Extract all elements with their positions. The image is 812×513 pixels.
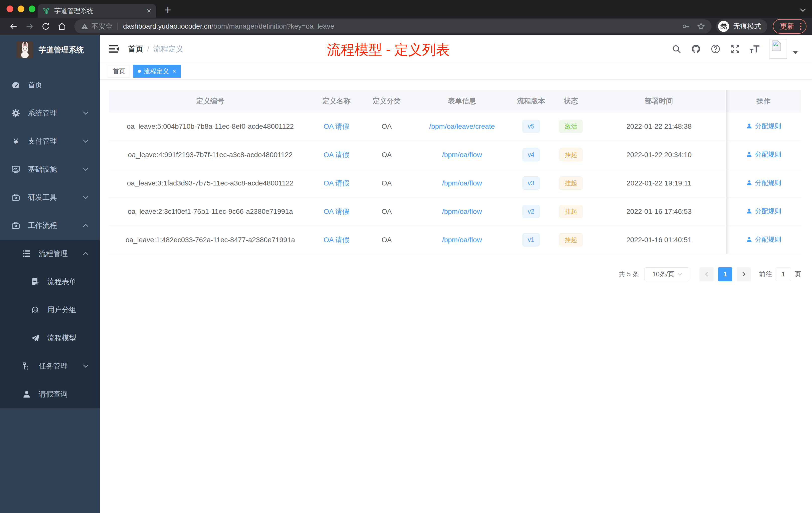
tags-view-bar: 首页流程定义×	[100, 63, 812, 80]
column-header-5: 状态	[550, 90, 592, 112]
assign-rule-link[interactable]: 分配规则	[746, 150, 781, 159]
search-icon[interactable]	[671, 44, 682, 54]
definition-name-link[interactable]: OA 请假	[324, 151, 349, 159]
version-cell: v1	[512, 225, 550, 254]
assign-rule-link[interactable]: 分配规则	[746, 178, 781, 187]
password-key-icon[interactable]	[682, 22, 690, 30]
status-cell: 挂起	[550, 225, 592, 254]
form-info-cell: /bpm/oa/flow	[412, 225, 512, 254]
sidebar-collapse-icon[interactable]	[108, 43, 119, 55]
form-info-link[interactable]: /bpm/oa/leave/create	[429, 122, 495, 130]
definition-name-link[interactable]: OA 请假	[324, 179, 349, 187]
column-header-0: 定义编号	[109, 90, 311, 112]
toolbox-icon	[11, 193, 20, 202]
fullscreen-icon[interactable]	[730, 44, 740, 54]
security-label[interactable]: 不安全	[91, 22, 113, 31]
zoom-window-button[interactable]	[29, 5, 35, 12]
sidebar-item-label: 首页	[28, 80, 42, 90]
user-avatar-broken-image-icon[interactable]	[770, 39, 787, 59]
address-bar[interactable]: 不安全 dashboard.yudao.iocoder.cn/bpm/manag…	[74, 19, 712, 33]
sidebar-item-devtools[interactable]: 研发工具	[0, 183, 100, 212]
sidebar-item-label: 用户分组	[47, 305, 76, 315]
minimize-window-button[interactable]	[18, 5, 24, 12]
sidebar-item-process-mgmt[interactable]: 流程管理	[0, 240, 100, 268]
sidebar-item-process-form[interactable]: 流程表单	[0, 268, 100, 296]
chevron-up-icon	[83, 252, 88, 257]
github-icon[interactable]	[691, 44, 701, 54]
status-badge: 挂起	[559, 205, 582, 218]
browser-update-button[interactable]: 更新	[773, 19, 807, 34]
sidebar-item-label: 研发工具	[28, 192, 57, 203]
page-1-button[interactable]: 1	[718, 267, 732, 281]
sidebar-item-task-mgmt[interactable]: 任务管理	[0, 352, 100, 380]
form-info-cell: /bpm/oa/flow	[412, 197, 512, 225]
forward-icon[interactable]	[25, 22, 34, 31]
browser-menu-dots-icon[interactable]	[800, 23, 802, 30]
sidebar-item-payment[interactable]: ¥支付管理	[0, 127, 100, 155]
sidebar-item-home[interactable]: 首页	[0, 71, 100, 99]
page-annotation-title: 流程模型 - 定义列表	[327, 41, 450, 59]
assign-rule-link[interactable]: 分配规则	[746, 207, 781, 216]
deploy-time-cell: 2022-01-22 19:19:11	[592, 169, 726, 197]
page-size-select[interactable]: 10条/页	[644, 267, 689, 281]
sidebar-item-label: 流程管理	[39, 249, 68, 259]
update-label: 更新	[780, 21, 794, 31]
sidebar-item-system[interactable]: 系统管理	[0, 99, 100, 127]
help-question-icon[interactable]	[710, 44, 721, 54]
app-title: 芋道管理系统	[39, 45, 84, 55]
tab-close-icon[interactable]: ×	[147, 7, 151, 14]
tag-label: 首页	[113, 67, 125, 75]
sidebar-item-infra[interactable]: 基础设施	[0, 155, 100, 183]
sidebar-item-workflow[interactable]: 工作流程	[0, 212, 100, 240]
version-badge: v1	[522, 233, 540, 246]
sidebar-item-label: 流程表单	[47, 277, 76, 287]
back-icon[interactable]	[9, 22, 18, 31]
definition-name-cell: OA 请假	[311, 197, 361, 225]
close-window-button[interactable]	[6, 5, 13, 12]
next-page-button[interactable]	[737, 267, 751, 281]
form-info-link[interactable]: /bpm/oa/flow	[442, 208, 482, 215]
rabbit-avatar	[17, 42, 33, 58]
sidebar-item-label: 支付管理	[28, 136, 57, 146]
tab-search-chevron-icon[interactable]	[800, 6, 806, 12]
assign-rule-link[interactable]: 分配规则	[746, 235, 781, 244]
sidebar-item-process-model[interactable]: 流程模型	[0, 324, 100, 352]
tag-item[interactable]: 首页	[108, 65, 130, 78]
tag-active[interactable]: 流程定义×	[133, 65, 181, 78]
chevron-down-icon	[83, 110, 88, 115]
sidebar-logo[interactable]: 芋道管理系统	[0, 35, 100, 65]
column-header-2: 定义分类	[361, 90, 412, 112]
operation-cell: 分配规则	[726, 225, 801, 254]
definition-name-link[interactable]: OA 请假	[324, 236, 349, 244]
form-info-link[interactable]: /bpm/oa/flow	[442, 236, 482, 244]
not-secure-warning-icon[interactable]	[81, 23, 88, 30]
chevron-down-icon	[83, 138, 88, 143]
tag-close-icon[interactable]: ×	[173, 68, 176, 75]
assign-rule-link[interactable]: 分配规则	[746, 122, 781, 130]
tree-table-icon	[22, 249, 31, 258]
briefcase-icon	[11, 221, 20, 230]
dashboard-icon	[11, 81, 20, 90]
deploy-time-cell: 2022-01-16 01:40:51	[592, 225, 726, 254]
form-info-link[interactable]: /bpm/oa/flow	[442, 179, 482, 187]
form-info-link[interactable]: /bpm/oa/flow	[442, 151, 482, 159]
bookmark-star-icon[interactable]	[697, 22, 705, 30]
sidebar-item-leave-query[interactable]: 请假查询	[0, 380, 100, 408]
chevron-down-icon	[678, 271, 682, 276]
definition-name-link[interactable]: OA 请假	[324, 208, 349, 215]
breadcrumb-home[interactable]: 首页	[128, 44, 143, 54]
operation-cell: 分配规则	[726, 141, 801, 169]
page-unit-label: 页	[795, 270, 801, 279]
prev-page-button[interactable]	[699, 267, 714, 281]
sidebar-item-user-group[interactable]: 用户分组	[0, 296, 100, 324]
font-size-icon[interactable]: TT	[750, 43, 759, 55]
svg-text:¥: ¥	[13, 137, 18, 146]
reload-icon[interactable]	[41, 22, 50, 31]
sprout-favicon-icon	[43, 7, 50, 14]
goto-page-input[interactable]	[776, 268, 791, 281]
definition-name-link[interactable]: OA 请假	[324, 122, 349, 130]
new-tab-button[interactable]: +	[165, 3, 171, 17]
avatar-caret-down-icon[interactable]	[793, 51, 798, 54]
home-icon[interactable]	[57, 22, 66, 31]
browser-tab[interactable]: 芋道管理系统 ×	[38, 4, 156, 18]
